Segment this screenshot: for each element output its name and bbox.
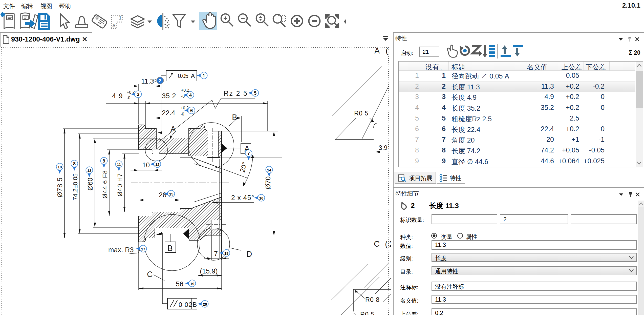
svg-text:D: D	[246, 250, 252, 259]
svg-text:Ø78 5: Ø78 5	[56, 178, 64, 198]
svg-text:14: 14	[267, 168, 271, 172]
svg-text:Ø60: Ø60	[87, 178, 94, 190]
svg-text:74.2±0 05: 74.2±0 05	[72, 173, 79, 201]
svg-text:-0: -0	[181, 112, 184, 116]
svg-text:1: 1	[203, 73, 205, 78]
svg-text:4 9: 4 9	[112, 92, 123, 100]
svg-text:11.3: 11.3	[141, 77, 154, 85]
svg-text:Ø70: Ø70	[264, 176, 272, 189]
svg-text:A: A	[191, 72, 195, 80]
svg-text:0 02: 0 02	[179, 301, 192, 308]
svg-text:R0 8: R0 8	[365, 296, 380, 303]
svg-text:3.9: 3.9	[379, 144, 388, 151]
svg-text:18: 18	[224, 251, 229, 255]
svg-text:19: 19	[190, 282, 195, 286]
svg-text:R0 5: R0 5	[354, 110, 369, 117]
svg-text:Rz 2 5: Rz 2 5	[224, 90, 248, 97]
svg-text:10: 10	[58, 165, 62, 169]
svg-text:6: 6	[190, 108, 193, 113]
svg-text:max. R3: max. R3	[108, 246, 134, 254]
svg-text:2: 2	[159, 78, 161, 83]
svg-text:3: 3	[137, 92, 139, 97]
svg-text:A: A	[170, 125, 176, 133]
svg-text:0.05: 0.05	[178, 73, 188, 79]
svg-text:35 2: 35 2	[162, 92, 176, 100]
svg-text:B: B	[192, 301, 197, 308]
svg-text:+0.2: +0.2	[181, 88, 189, 92]
svg-text:Ø44 6 F8: Ø44 6 F8	[101, 170, 109, 199]
svg-text:22.4: 22.4	[162, 109, 175, 117]
svg-text:2 x 45°: 2 x 45°	[231, 194, 254, 202]
svg-text:-0: -0	[127, 96, 130, 100]
svg-text:B: B	[167, 244, 173, 253]
svg-text:C: C	[147, 270, 153, 279]
svg-text:17: 17	[141, 247, 145, 251]
svg-text:7: 7	[214, 250, 218, 258]
svg-text:20: 20	[203, 302, 207, 306]
svg-text:4: 4	[189, 93, 192, 98]
svg-text:5: 5	[254, 91, 256, 96]
svg-text:15: 15	[169, 192, 174, 196]
svg-text:56: 56	[176, 280, 183, 288]
svg-text:1: 1	[119, 15, 122, 21]
svg-text:9: 9	[103, 159, 105, 164]
svg-text:7: 7	[247, 151, 250, 156]
svg-text:20°: 20°	[239, 161, 249, 173]
svg-text:C (2: C (2	[374, 239, 391, 248]
svg-text:A: A	[112, 23, 116, 28]
svg-text:R0 5: R0 5	[360, 311, 375, 315]
svg-text:12: 12	[155, 162, 160, 167]
svg-text:28: 28	[159, 191, 166, 199]
svg-text:11: 11	[117, 162, 121, 167]
svg-text:(15.9): (15.9)	[200, 267, 218, 275]
svg-text:13: 13	[87, 168, 92, 173]
svg-text:Ø40 H7: Ø40 H7	[116, 173, 123, 196]
svg-text:16: 16	[259, 196, 264, 200]
svg-text:10: 10	[142, 161, 150, 169]
svg-text:8: 8	[73, 161, 76, 166]
svg-text:B: B	[232, 113, 237, 122]
svg-text:A (: A (	[374, 47, 390, 55]
